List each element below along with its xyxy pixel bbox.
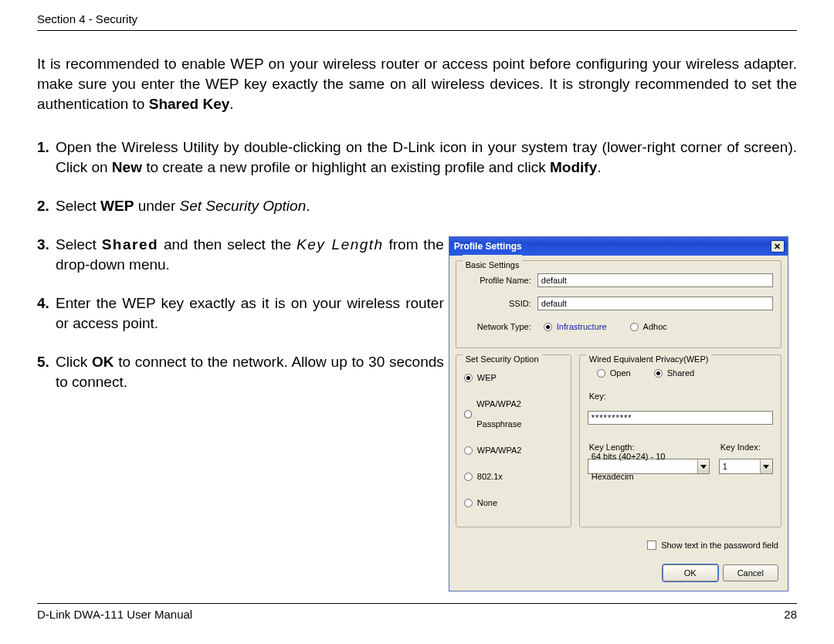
radio-label-wpa: WPA/WPA2 [477,440,522,460]
profile-name-input[interactable] [537,273,773,287]
step-body: Open the Wireless Utility by double-clic… [56,137,797,178]
step-body: Select Shared and then select the Key Le… [56,235,444,275]
close-icon: ✕ [774,236,781,256]
step-body: Enter the WEP key exactly as it is on yo… [56,293,444,334]
bold-shared: Shared [102,236,158,253]
step-number: 5. [37,352,56,392]
intro-tail: . [229,96,233,112]
ssid-input[interactable] [537,297,773,310]
step2-text-c: . [306,198,310,214]
wep-group: Wired Equivalent Privacy(WEP) Open Share… [579,354,781,527]
footer-manual-name: D-Link DWA-111 User Manual [37,608,192,621]
intro-shared-key: Shared Key [149,96,230,112]
bold-modify: Modify [550,159,597,175]
bold-ok: OK [92,354,114,370]
set-security-option-group: Set Security Option WEP WPA/WPA2 Passphr… [456,354,571,527]
step-body: Click OK to connect to the network. Allo… [56,352,444,392]
chevron-down-icon [697,459,708,473]
step-number: 2. [37,196,56,216]
radio-8021x[interactable]: 802.1x [464,466,563,486]
ok-button[interactable]: OK [663,564,718,581]
radio-icon [597,369,605,378]
step-3: 3. Select Shared and then select the Key… [37,235,444,275]
radio-label-8021x: 802.1x [477,466,503,486]
section-header: Section 4 - Security [37,12,797,31]
steps-left-column: 3. Select Shared and then select the Key… [37,235,444,591]
radio-icon [654,369,663,378]
set-security-option-legend: Set Security Option [463,349,542,369]
key-input[interactable] [588,411,773,425]
dialog-title: Profile Settings [454,236,522,256]
bold-wep: WEP [100,198,134,214]
network-type-label: Network Type: [464,317,537,337]
step1-text-c: . [597,159,601,175]
dialog-titlebar[interactable]: Profile Settings ✕ [449,237,788,256]
step5-text-a: Click [56,354,92,370]
key-label: Key: [589,386,773,406]
radio-icon [464,446,473,455]
step2-text-b: under [134,198,179,214]
bold-new: New [112,159,142,175]
radio-label-wep: WEP [477,368,497,388]
key-index-label: Key Index: [720,437,773,457]
profile-settings-dialog: Profile Settings ✕ Basic Settings Profil… [449,236,788,591]
step3-text-b: and then select the [158,236,297,253]
radio-label-adhoc: Adhoc [643,317,667,337]
step-number: 3. [37,235,56,275]
step3-text-a: Select [56,236,102,253]
radio-adhoc[interactable]: Adhoc [630,317,667,337]
footer-divider [37,603,797,604]
show-text-checkbox[interactable] [647,541,656,550]
step-number: 1. [37,137,56,178]
step-number: 4. [37,293,56,334]
step-4: 4. Enter the WEP key exactly as it is on… [37,293,444,334]
step1-text-b: to create a new profile or highlight an … [142,159,550,175]
radio-icon [464,499,473,507]
key-length-value: 64 bits (40+24) - 10 Hexadecim [592,446,698,486]
basic-settings-legend: Basic Settings [463,255,523,275]
show-text-label: Show text in the password field [661,535,778,555]
key-index-value: 1 [723,456,727,476]
radio-icon [630,323,639,331]
radio-wpa[interactable]: WPA/WPA2 [464,440,563,460]
footer-page-number: 28 [784,608,797,621]
italic-set-security-option: Set Security Option [180,198,307,214]
cancel-button[interactable]: Cancel [723,564,778,581]
page-footer: D-Link DWA-111 User Manual 28 [37,608,797,621]
radio-icon [464,410,472,419]
radio-wep[interactable]: WEP [464,368,563,388]
key-length-select[interactable]: 64 bits (40+24) - 10 Hexadecim [588,459,710,474]
step5-text-b: to connect to the network. Allow up to 3… [56,354,444,390]
close-button[interactable]: ✕ [771,240,785,253]
radio-wpa-passphrase[interactable]: WPA/WPA2 Passphrase [464,394,563,434]
wep-legend: Wired Equivalent Privacy(WEP) [586,349,712,369]
radio-infrastructure[interactable]: Infrastructure [544,317,607,337]
radio-label-infrastructure: Infrastructure [557,317,607,337]
step-1: 1. Open the Wireless Utility by double-c… [37,137,797,178]
chevron-down-icon [760,459,772,473]
radio-label-wpa-passphrase: WPA/WPA2 Passphrase [476,394,563,434]
basic-settings-group: Basic Settings Profile Name: SSID: Netwo… [456,260,781,348]
step-2: 2. Select WEP under Set Security Option. [37,196,797,216]
ssid-label: SSID: [464,293,537,314]
key-index-select[interactable]: 1 [719,459,773,474]
step-body: Select WEP under Set Security Option. [56,196,797,216]
radio-icon [464,473,473,481]
radio-icon [464,374,473,382]
radio-label-none: None [477,493,497,513]
step2-text-a: Select [56,198,100,214]
radio-icon [544,323,552,331]
italic-key-length: Key Length [297,236,384,253]
radio-none[interactable]: None [464,493,563,513]
step-5: 5. Click OK to connect to the network. A… [37,352,444,392]
steps-list: 1. Open the Wireless Utility by double-c… [37,137,797,591]
intro-paragraph: It is recommended to enable WEP on your … [37,54,797,114]
